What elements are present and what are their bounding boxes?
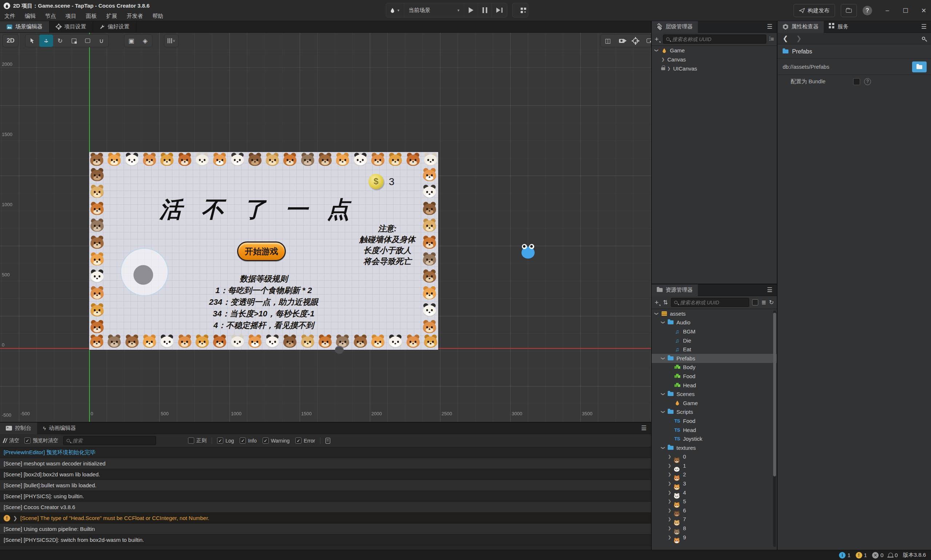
select-tool-button[interactable]: [25, 35, 39, 47]
filter-list-icon[interactable]: ≣: [761, 299, 766, 306]
build-publish-button[interactable]: 构建发布: [794, 4, 835, 17]
maximize-button[interactable]: ☐: [902, 7, 909, 15]
regex-checkbox[interactable]: 正则: [188, 437, 206, 444]
bundle-checkbox[interactable]: [853, 78, 860, 85]
asset-row-bgm[interactable]: ♫BGM: [652, 327, 777, 336]
assets-search[interactable]: [671, 298, 749, 307]
asset-row-food[interactable]: Food: [652, 372, 777, 381]
menu-item-文件[interactable]: 文件: [5, 13, 15, 20]
tree-expand-arrow-icon[interactable]: ❯: [668, 472, 671, 477]
hierarchy-menu-icon[interactable]: ☰: [767, 23, 772, 31]
pause-button[interactable]: [478, 3, 492, 17]
editor-tab-settings-2[interactable]: 偏好设置: [93, 21, 136, 32]
hierarchy-node-uicanvas[interactable]: ❯UICanvas: [652, 64, 777, 73]
console-search-input[interactable]: [72, 438, 153, 444]
tree-expand-arrow-icon[interactable]: ❯: [668, 454, 671, 459]
rotate-tool-button[interactable]: ↻: [53, 35, 67, 47]
tree-expand-arrow-icon[interactable]: ❯: [668, 508, 671, 513]
expand-arrow-icon[interactable]: ❯: [13, 515, 17, 521]
assets-filter-checkbox[interactable]: [752, 299, 758, 305]
console-log-row[interactable]: [Scene] Cocos Creator v3.8.6: [0, 502, 651, 513]
pivot-toggle-button[interactable]: ▣: [125, 35, 138, 47]
asset-row-assets[interactable]: ❯assets: [652, 309, 777, 318]
tree-expand-arrow-icon[interactable]: ❯: [661, 410, 666, 414]
tree-expand-arrow-icon[interactable]: ❯: [654, 49, 659, 52]
asset-row-body[interactable]: Body: [652, 363, 777, 372]
hierarchy-node-game[interactable]: ❯Game: [652, 46, 777, 55]
menu-item-项目[interactable]: 项目: [65, 13, 76, 20]
create-asset-button[interactable]: +: [655, 300, 660, 305]
asset-row-scenes[interactable]: ❯Scenes: [652, 389, 777, 398]
tree-expand-arrow-icon[interactable]: ❯: [668, 517, 671, 522]
nav-back-button[interactable]: ❮: [783, 35, 788, 43]
editor-tab-settings-1[interactable]: 项目设置: [49, 21, 93, 32]
asset-row-game[interactable]: Game: [652, 398, 777, 408]
expand-collapse-icon[interactable]: ⫶≡: [769, 36, 774, 43]
inspector-menu-icon[interactable]: ☰: [921, 23, 926, 31]
asset-row-textures[interactable]: ❯textures: [652, 443, 777, 452]
tree-expand-arrow-icon[interactable]: ❯: [661, 321, 666, 325]
asset-row-0[interactable]: ❯0: [652, 452, 777, 462]
scene-viewport[interactable]: 2000150010005000-500-5000500100015002000…: [0, 33, 651, 422]
menu-item-面板[interactable]: 面板: [86, 13, 97, 20]
help-icon[interactable]: ?: [864, 78, 871, 85]
move-tool-button[interactable]: ↔↕: [39, 35, 53, 47]
menu-item-开发者[interactable]: 开发者: [126, 13, 143, 20]
snap-settings-button[interactable]: ˅: [165, 35, 178, 47]
asset-row-die[interactable]: ♫Die: [652, 336, 777, 345]
asset-row-food[interactable]: TSFood: [652, 416, 777, 425]
console-log-row[interactable]: [Scene] [box2d]:box2d wasm lib loaded.: [0, 469, 651, 480]
fullscreen-preview-button[interactable]: [642, 35, 651, 47]
close-button[interactable]: ✕: [920, 7, 927, 15]
asset-row-4[interactable]: ❯4: [652, 488, 777, 497]
tree-expand-arrow-icon[interactable]: ❯: [661, 446, 666, 449]
console-log-row[interactable]: [Scene] [PHYSICS]: using builtin.: [0, 491, 651, 502]
menu-item-扩展[interactable]: 扩展: [106, 13, 117, 20]
tab-inspector[interactable]: 属性检查器: [777, 21, 824, 33]
clear-on-preview-checkbox[interactable]: 预览时清空: [25, 437, 58, 444]
assets-search-input[interactable]: [680, 300, 746, 305]
tree-expand-arrow-icon[interactable]: ❯: [667, 66, 671, 71]
asset-row-9[interactable]: ❯9: [652, 533, 777, 542]
snake-head-sprite[interactable]: [522, 246, 535, 258]
open-project-folder-button[interactable]: [841, 4, 857, 17]
asset-row-head[interactable]: TSHead: [652, 425, 777, 435]
hierarchy-node-canvas[interactable]: ❯Canvas: [652, 55, 777, 64]
scale-tool-button[interactable]: [67, 35, 81, 47]
coordinate-toggle-button[interactable]: ◈: [138, 35, 152, 47]
2d-3d-toggle-button[interactable]: 2D: [3, 35, 18, 47]
filter-checkbox-info[interactable]: Info: [240, 437, 256, 444]
scene-select[interactable]: 当前场景 ▾: [404, 3, 464, 17]
log-file-icon[interactable]: [325, 438, 330, 444]
error-counter[interactable]: ✕ 0: [872, 552, 883, 558]
console-menu-icon[interactable]: ☰: [641, 425, 646, 432]
asset-row-audio[interactable]: ❯Audio: [652, 318, 777, 327]
asset-row-8[interactable]: ❯8: [652, 524, 777, 533]
sort-icon[interactable]: ⇅: [663, 299, 668, 306]
preview-platform-button[interactable]: ▾: [386, 3, 405, 17]
notification-counter[interactable]: 0: [888, 552, 897, 558]
console-log-row[interactable]: [PreviewInEditor] 预览环境初始化完毕: [0, 447, 651, 458]
joystick-knob[interactable]: [134, 265, 153, 285]
asset-row-prefabs[interactable]: ❯Prefabs: [652, 354, 777, 363]
virtual-joystick[interactable]: [120, 248, 168, 296]
console-log-row[interactable]: [Scene] meshopt wasm decoder initialized: [0, 458, 651, 469]
assets-menu-icon[interactable]: ☰: [767, 286, 772, 294]
console-log-row[interactable]: !❯[Scene] The type of "Head.Score" must …: [0, 513, 651, 524]
asset-row-7[interactable]: ❯7: [652, 515, 777, 524]
asset-row-5[interactable]: ❯5: [652, 497, 777, 506]
tree-expand-arrow-icon[interactable]: ❯: [661, 57, 665, 62]
tree-expand-arrow-icon[interactable]: ❯: [668, 526, 671, 531]
tree-expand-arrow-icon[interactable]: ❯: [661, 392, 666, 396]
minimize-button[interactable]: –: [884, 7, 891, 15]
asset-row-scripts[interactable]: ❯Scripts: [652, 408, 777, 417]
tab-console[interactable]: 控制台: [0, 423, 37, 434]
tree-expand-arrow-icon[interactable]: ❯: [668, 490, 671, 495]
tree-expand-arrow-icon[interactable]: ❯: [668, 463, 671, 468]
help-button[interactable]: ?: [863, 6, 872, 15]
warning-counter[interactable]: ! 1: [856, 552, 867, 558]
filter-checkbox-warning[interactable]: Warning: [263, 437, 290, 444]
ui-transform-tool-button[interactable]: ∪: [95, 35, 108, 47]
assets-scrollbar[interactable]: [773, 311, 776, 547]
asset-row-2[interactable]: ❯2: [652, 470, 777, 479]
